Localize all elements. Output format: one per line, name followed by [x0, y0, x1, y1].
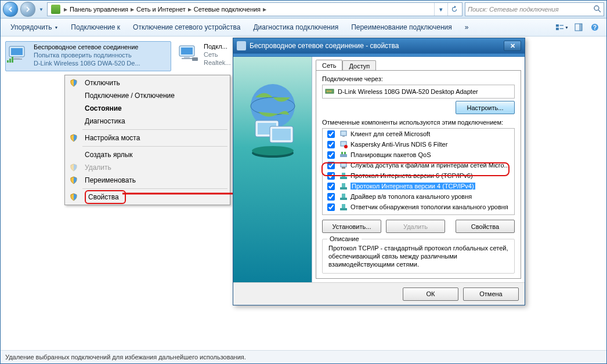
- ctx-bridge[interactable]: Настройка моста: [66, 132, 229, 144]
- description-group: Описание Протокол TCP/IP - стандартный п…: [322, 239, 515, 274]
- disable-device-button[interactable]: Отключение сетевого устройства: [128, 20, 245, 34]
- filter-icon: [339, 140, 348, 149]
- search-placeholder: Поиск: Сетевые подключения: [468, 6, 559, 13]
- svg-line-1: [598, 10, 601, 12]
- configure-button[interactable]: Настроить...: [456, 101, 515, 114]
- forward-button[interactable]: [20, 2, 35, 17]
- svg-rect-37: [342, 136, 345, 137]
- components-listbox[interactable]: Клиент для сетей Microsoft Kaspersky Ant…: [322, 128, 515, 215]
- component-checkbox[interactable]: [327, 162, 335, 169]
- ctx-diagnose[interactable]: Диагностика: [66, 115, 229, 128]
- svg-rect-45: [340, 177, 347, 179]
- protocol-icon: [339, 181, 348, 191]
- shield-icon: [67, 134, 80, 142]
- svg-rect-29: [272, 129, 291, 140]
- dialog-footer: ОК Отмена: [233, 282, 525, 305]
- svg-rect-11: [11, 48, 23, 55]
- rename-connection-button[interactable]: Переименование подключения: [346, 20, 457, 34]
- refresh-button[interactable]: [447, 3, 461, 16]
- component-checkbox[interactable]: [327, 193, 335, 201]
- connection-device: Realtek...: [204, 59, 230, 67]
- tab-strip: Сеть Доступ: [316, 60, 525, 71]
- ctx-properties[interactable]: Свойства: [66, 191, 229, 203]
- ctx-connect-disconnect[interactable]: Подключение / Отключение: [66, 89, 229, 102]
- dialog-main-panel: Сеть Доступ Подключение через: D-Link Wi…: [312, 57, 525, 282]
- address-bar[interactable]: ▶ Панель управления ▶ Сеть и Интернет ▶ …: [47, 2, 463, 16]
- wireless-connection-icon: [7, 43, 30, 66]
- protocol-icon: [339, 202, 348, 212]
- component-item[interactable]: Клиент для сетей Microsoft: [323, 129, 514, 139]
- file-print-icon: [339, 161, 348, 170]
- menu-separator: [82, 129, 227, 130]
- component-checkbox[interactable]: [327, 172, 335, 180]
- component-item-selected[interactable]: Протокол Интернета версии 4 (TCP/IPv4): [323, 181, 514, 191]
- ctx-create-shortcut[interactable]: Создать ярлык: [66, 148, 229, 161]
- component-item[interactable]: Планировщик пакетов QoS: [323, 150, 514, 160]
- preview-pane-button[interactable]: [572, 20, 586, 34]
- svg-rect-36: [341, 131, 346, 136]
- install-button[interactable]: Установить...: [322, 220, 381, 233]
- organize-button[interactable]: Упорядочить▼: [5, 20, 63, 34]
- component-item[interactable]: Kaspersky Anti-Virus NDIS 6 Filter: [323, 139, 514, 150]
- component-checkbox[interactable]: [327, 183, 335, 190]
- breadcrumb-2[interactable]: Сеть и Интернет: [135, 6, 187, 13]
- diagnose-button[interactable]: Диагностика подключения: [248, 20, 344, 34]
- svg-rect-49: [340, 198, 347, 200]
- toolbar-overflow-button[interactable]: »: [460, 20, 474, 34]
- location-icon: [51, 5, 60, 14]
- svg-point-31: [252, 146, 294, 155]
- shield-icon: [67, 193, 80, 201]
- ctx-rename[interactable]: Переименовать: [66, 174, 229, 187]
- svg-rect-51: [340, 208, 347, 210]
- close-button[interactable]: ✕: [504, 41, 521, 51]
- connection-status: Сеть: [204, 50, 230, 59]
- component-item[interactable]: Протокол Интернета версии 6 (TCP/IPv6): [323, 170, 514, 181]
- client-icon: [339, 129, 348, 139]
- tab-network[interactable]: Сеть: [316, 60, 342, 71]
- navigation-bar: ▼ ▶ Панель управления ▶ Сеть и Интернет …: [1, 1, 606, 19]
- tab-panel-network: Подключение через: D-Link Wireless 108G …: [316, 70, 521, 279]
- connection-item-wireless[interactable]: Беспроводное сетевое соединение Попытка …: [5, 41, 171, 71]
- breadcrumb-sep-icon: ▶: [63, 7, 68, 12]
- qos-icon: [339, 150, 348, 159]
- breadcrumb-3[interactable]: Сетевые подключения: [193, 6, 262, 13]
- svg-rect-21: [192, 57, 198, 61]
- svg-rect-33: [327, 90, 328, 92]
- svg-rect-44: [342, 167, 345, 169]
- component-item[interactable]: Ответчик обнаружения топологии канальног…: [323, 202, 514, 212]
- dialog-icon: [237, 41, 246, 50]
- ctx-status[interactable]: Состояние: [66, 102, 229, 115]
- component-item[interactable]: Драйвер в/в тополога канального уровня: [323, 191, 514, 202]
- component-checkbox[interactable]: [327, 130, 335, 138]
- breadcrumb-sep-icon: ▶: [262, 7, 268, 12]
- svg-rect-19: [184, 56, 190, 58]
- uninstall-button: Удалить: [386, 220, 445, 233]
- address-dropdown-icon[interactable]: ▾: [434, 3, 447, 16]
- svg-rect-18: [181, 48, 193, 54]
- component-checkbox[interactable]: [327, 141, 335, 148]
- breadcrumb-1[interactable]: Панель управления: [68, 6, 129, 13]
- ok-button[interactable]: ОК: [403, 287, 458, 301]
- svg-text:?: ?: [593, 24, 597, 31]
- component-item[interactable]: Служба доступа к файлам и принтерам сете…: [323, 160, 514, 170]
- search-input[interactable]: Поиск: Сетевые подключения: [465, 2, 604, 16]
- adapter-field: D-Link Wireless 108G DWA-520 Desktop Ada…: [322, 85, 515, 99]
- svg-point-0: [594, 6, 599, 10]
- view-options-button[interactable]: ▼: [555, 20, 569, 34]
- connect-to-button[interactable]: Подключение к: [66, 20, 125, 34]
- back-button[interactable]: [3, 2, 18, 17]
- component-checkbox[interactable]: [327, 151, 335, 159]
- dialog-titlebar[interactable]: Беспроводное сетевое соединение - свойст…: [233, 38, 525, 53]
- svg-rect-16: [12, 57, 13, 63]
- breadcrumb-sep-icon: ▶: [129, 7, 135, 12]
- nav-history-dropdown[interactable]: ▼: [38, 2, 45, 16]
- adapter-icon: [325, 86, 334, 97]
- svg-rect-42: [344, 152, 346, 154]
- help-button[interactable]: ?: [588, 20, 602, 34]
- cancel-button[interactable]: Отмена: [463, 287, 519, 301]
- ctx-disable[interactable]: Отключить: [66, 77, 229, 89]
- svg-rect-15: [9, 59, 11, 63]
- component-properties-button[interactable]: Свойства: [456, 220, 515, 233]
- component-checkbox[interactable]: [327, 203, 335, 211]
- svg-rect-46: [342, 173, 345, 177]
